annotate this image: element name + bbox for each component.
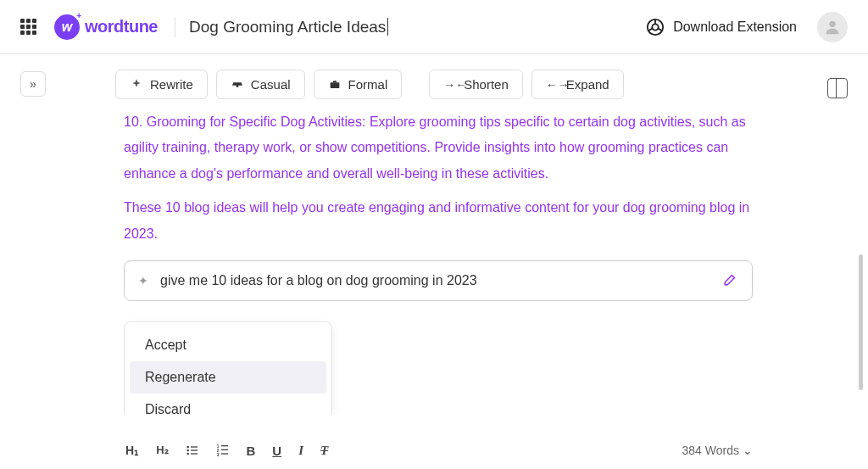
app-header: w wordtune Dog Grooming Article Ideas Do…	[0, 0, 868, 54]
rewrite-toolbar: Rewrite Casual Formal →← Shorten ←→ Expa…	[115, 54, 868, 109]
bullet-list-icon	[186, 444, 199, 457]
chevron-down-icon: ⌄	[743, 444, 753, 457]
expand-icon: ←→	[546, 78, 559, 92]
discard-action[interactable]: Discard	[130, 394, 326, 415]
svg-rect-8	[191, 449, 198, 450]
format-toolbar: H₁ H₂ 123 B U I T 384 Words ⌄	[124, 444, 753, 469]
heading1-button[interactable]: H₁	[124, 444, 141, 457]
svg-text:3: 3	[216, 453, 219, 457]
svg-rect-10	[191, 453, 198, 454]
expand-button[interactable]: ←→ Expand	[531, 70, 624, 99]
svg-point-5	[186, 446, 189, 449]
word-count-label: 384 Words	[682, 444, 739, 457]
accept-action[interactable]: Accept	[130, 329, 326, 361]
logo-mark-icon: w	[54, 14, 80, 40]
paragraph-10: 10. Grooming for Specific Dog Activities…	[124, 109, 753, 187]
ai-prompt-box[interactable]: ✦ give me 10 ideas for a blog on dog gro…	[124, 260, 753, 301]
svg-point-7	[186, 449, 189, 452]
sparkle-icon	[130, 78, 143, 92]
casual-label: Casual	[251, 77, 291, 92]
apps-grid-icon[interactable]	[20, 19, 37, 36]
svg-point-2	[829, 20, 835, 26]
generated-text[interactable]: 10. Grooming for Specific Dog Activities…	[124, 109, 753, 247]
edit-prompt-button[interactable]	[723, 271, 738, 290]
numbered-list-button[interactable]: 123	[214, 444, 231, 460]
expand-sidebar-button[interactable]: »	[20, 71, 46, 97]
download-extension-label: Download Extension	[673, 20, 797, 35]
vertical-scrollbar[interactable]	[859, 254, 863, 390]
expand-label: Expand	[566, 77, 609, 92]
formal-label: Formal	[348, 77, 388, 92]
svg-rect-6	[191, 446, 198, 447]
brand-logo[interactable]: w wordtune	[54, 14, 158, 40]
bullet-list-button[interactable]	[184, 444, 201, 460]
vertical-divider	[175, 17, 175, 37]
pencil-icon	[723, 271, 738, 287]
svg-rect-12	[221, 445, 228, 446]
bold-button[interactable]: B	[245, 444, 258, 458]
casual-icon	[231, 78, 244, 92]
download-extension-button[interactable]: Download Extension	[646, 18, 797, 36]
formal-button[interactable]: Formal	[314, 70, 403, 99]
clear-format-button[interactable]: T	[319, 444, 330, 458]
document-title[interactable]: Dog Grooming Article Ideas	[189, 18, 646, 36]
shorten-label: Shorten	[464, 77, 509, 92]
side-panel-toggle[interactable]	[827, 78, 848, 98]
chevron-right-double-icon: »	[30, 77, 36, 91]
briefcase-icon	[328, 78, 342, 92]
svg-rect-3	[330, 82, 339, 88]
casual-button[interactable]: Casual	[216, 70, 305, 99]
regenerate-action[interactable]: Regenerate	[130, 361, 326, 394]
paragraph-summary: These 10 blog ideas will help you create…	[124, 195, 753, 247]
numbered-list-icon: 123	[216, 444, 230, 457]
browser-icon	[646, 18, 665, 36]
editor-content: 10. Grooming for Specific Dog Activities…	[124, 109, 753, 415]
rewrite-button[interactable]: Rewrite	[115, 70, 208, 99]
sparkle-plus-icon: ✦	[138, 274, 148, 288]
heading2-button[interactable]: H₂	[154, 444, 170, 456]
brand-name: wordtune	[85, 17, 158, 36]
generation-action-menu: Accept Regenerate Discard	[124, 321, 332, 415]
user-avatar[interactable]	[817, 12, 848, 42]
shorten-button[interactable]: →← Shorten	[429, 70, 523, 99]
word-count[interactable]: 384 Words ⌄	[682, 444, 753, 457]
rewrite-label: Rewrite	[150, 77, 193, 92]
svg-rect-4	[333, 81, 337, 82]
svg-rect-16	[221, 453, 228, 454]
prompt-text: give me 10 ideas for a blog on dog groom…	[160, 273, 711, 288]
user-icon	[823, 18, 842, 36]
svg-point-1	[652, 24, 658, 30]
shorten-icon: →←	[443, 78, 457, 92]
svg-rect-14	[221, 449, 228, 450]
italic-button[interactable]: I	[297, 444, 305, 458]
underline-button[interactable]: U	[270, 444, 283, 458]
svg-point-9	[186, 453, 189, 455]
